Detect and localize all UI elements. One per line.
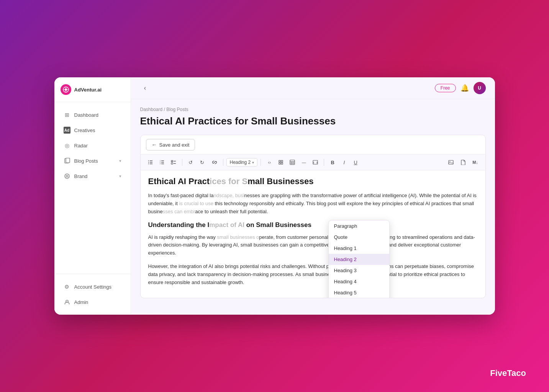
- sidebar: AdVentur.ai ⊞ Dashboard Ad Creatives ◎ R…: [54, 77, 131, 315]
- bold-button[interactable]: B: [327, 157, 338, 168]
- image-button[interactable]: [446, 157, 456, 168]
- list-tools: 123: [145, 157, 179, 168]
- breadcrumb-dashboard[interactable]: Dashboard: [140, 107, 163, 112]
- main-area: ‹ Free 🔔 U Dashboard / Blog Posts Ethica…: [131, 77, 495, 315]
- save-exit-button[interactable]: ← Save and exit: [146, 139, 195, 150]
- svg-text:3: 3: [160, 163, 161, 165]
- dropdown-item-heading4[interactable]: Heading 4: [329, 276, 389, 287]
- underline-button[interactable]: U: [350, 157, 361, 168]
- unordered-list-button[interactable]: [145, 157, 156, 168]
- separator-1: [182, 159, 182, 166]
- svg-point-13: [148, 162, 149, 163]
- sidebar-item-account-settings-label: Account Settings: [74, 284, 112, 290]
- save-exit-label: Save and exit: [159, 142, 190, 148]
- separator-4: [324, 159, 324, 166]
- file-button[interactable]: [458, 157, 469, 168]
- breadcrumb-blog-posts[interactable]: Blog Posts: [166, 107, 188, 112]
- fivetaco-label: FiveTaco: [490, 368, 526, 378]
- sidebar-item-blog-posts[interactable]: Blog Posts ▾: [57, 154, 128, 168]
- doc-subheading: Understanding the Impact of AI on Small …: [148, 221, 478, 229]
- radar-icon: ◎: [64, 142, 70, 149]
- sidebar-item-brand-label: Brand: [74, 173, 88, 179]
- avatar[interactable]: U: [474, 82, 486, 94]
- doc-title: Ethical AI Practices for Small Businesse…: [148, 176, 478, 186]
- block-button[interactable]: [275, 157, 286, 168]
- markdown-button[interactable]: M↓: [470, 157, 481, 168]
- sidebar-item-admin-label: Admin: [74, 299, 88, 305]
- table-button[interactable]: [287, 157, 298, 168]
- doc-para-3: However, the integration of AI also brin…: [148, 263, 478, 286]
- page-title: Ethical AI Practices for Small Businesse…: [140, 115, 486, 127]
- logo-text: AdVentur.ai: [74, 87, 102, 93]
- toolbar: 123 ↺ ↻: [141, 155, 485, 170]
- creatives-icon: Ad: [64, 127, 70, 134]
- sidebar-item-radar[interactable]: ◎ Radar: [57, 138, 128, 153]
- back-button[interactable]: ‹: [140, 83, 150, 93]
- sidebar-bottom: ⚙ Account Settings Admin: [54, 274, 131, 315]
- heading-select[interactable]: Heading 2 ▾: [226, 158, 258, 167]
- italic-button[interactable]: I: [339, 157, 349, 168]
- breadcrumb: Dashboard / Blog Posts: [140, 107, 486, 112]
- sidebar-item-brand[interactable]: Brand ▾: [57, 169, 128, 183]
- dropdown-item-paragraph[interactable]: Paragraph: [329, 220, 389, 232]
- dropdown-item-heading2[interactable]: Heading 2: [329, 254, 389, 265]
- sidebar-item-creatives[interactable]: Ad Creatives: [57, 123, 128, 137]
- svg-rect-36: [449, 160, 453, 164]
- heading-select-arrow: ▾: [252, 160, 254, 165]
- editor-body[interactable]: Ethical AI Practices for Small Businesse…: [141, 170, 485, 298]
- svg-point-7: [66, 175, 68, 177]
- dropdown-item-heading1[interactable]: Heading 1: [329, 243, 389, 254]
- sidebar-item-dashboard-label: Dashboard: [74, 112, 99, 118]
- text-format-tools: B I U: [327, 157, 361, 168]
- sidebar-item-admin[interactable]: Admin: [57, 295, 128, 309]
- svg-point-14: [148, 163, 149, 164]
- toolbar-right: M↓: [446, 157, 481, 168]
- svg-rect-30: [290, 160, 295, 165]
- dropdown-item-quote[interactable]: Quote: [329, 232, 389, 243]
- blog-posts-chevron: ▾: [119, 158, 121, 163]
- svg-point-6: [65, 174, 69, 178]
- doc-para-2: AI is rapidly reshaping the way small bu…: [148, 234, 478, 257]
- dropdown-item-heading5[interactable]: Heading 5: [329, 287, 389, 298]
- link-button[interactable]: [209, 157, 220, 168]
- sidebar-item-creatives-label: Creatives: [74, 127, 95, 133]
- heading-select-value: Heading 2: [230, 160, 251, 165]
- logo-icon: [61, 84, 71, 95]
- svg-line-25: [214, 162, 215, 163]
- content-area: Dashboard / Blog Posts Ethical AI Practi…: [131, 99, 495, 315]
- sidebar-item-account-settings[interactable]: ⚙ Account Settings: [57, 279, 128, 294]
- free-badge[interactable]: Free: [435, 84, 456, 92]
- dropdown-item-heading3[interactable]: Heading 3: [329, 265, 389, 276]
- doc-para-1: In today's fast-paced digital landscape,…: [148, 192, 478, 216]
- separator-3: [261, 159, 261, 166]
- arrow-left-icon: ←: [152, 142, 157, 148]
- separator-2: [223, 159, 223, 166]
- rule-button[interactable]: —: [298, 157, 309, 168]
- svg-rect-23: [171, 163, 173, 164]
- fivetaco-branding: FiveTaco: [490, 368, 526, 378]
- editor-container: ← Save and exit 123: [140, 135, 486, 298]
- sidebar-item-radar-label: Radar: [74, 143, 88, 149]
- bell-icon[interactable]: 🔔: [461, 84, 469, 92]
- topbar: ‹ Free 🔔 U: [131, 77, 495, 99]
- topbar-left: ‹: [140, 83, 150, 93]
- logo[interactable]: AdVentur.ai: [54, 77, 131, 102]
- embed-button[interactable]: [310, 157, 321, 168]
- format-tools: ‹› —: [264, 157, 321, 168]
- heading-dropdown: Paragraph Quote Heading 1 Heading 2 Head…: [328, 220, 390, 298]
- sidebar-item-dashboard[interactable]: ⊞ Dashboard: [57, 108, 128, 122]
- editor-actions-bar: ← Save and exit: [141, 135, 485, 155]
- svg-rect-26: [279, 160, 280, 162]
- brand-icon: [64, 173, 70, 180]
- ordered-list-button[interactable]: 123: [157, 157, 167, 168]
- avatar-image: U: [474, 82, 486, 94]
- brand-chevron: ▾: [119, 174, 121, 179]
- svg-point-12: [148, 160, 149, 161]
- code-button[interactable]: ‹›: [264, 157, 275, 168]
- account-settings-icon: ⚙: [64, 283, 70, 290]
- undo-button[interactable]: ↺: [185, 157, 196, 168]
- svg-rect-28: [279, 163, 280, 164]
- checklist-button[interactable]: [168, 157, 179, 168]
- topbar-right: Free 🔔 U: [435, 82, 486, 94]
- redo-button[interactable]: ↻: [197, 157, 208, 168]
